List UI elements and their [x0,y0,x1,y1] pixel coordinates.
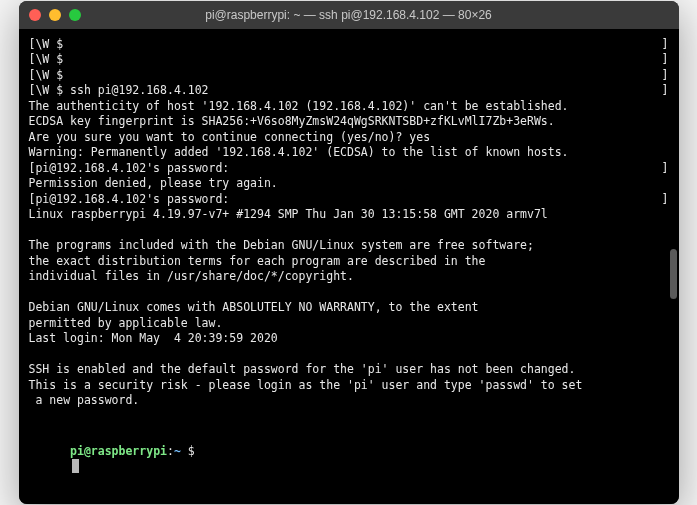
blank-line [29,223,669,239]
minimize-icon[interactable] [49,9,61,21]
output-line: individual files in /usr/share/doc/*/cop… [29,269,669,285]
blank-line [29,347,669,363]
window-title: pi@raspberrypi: ~ — ssh pi@192.168.4.102… [19,8,679,22]
output-line: This is a security risk - please login a… [29,378,669,394]
cursor-icon [72,459,79,473]
output-line: a new password. [29,393,669,409]
close-icon[interactable] [29,9,41,21]
output-line: Are you sure you want to continue connec… [29,130,669,146]
output-line: Warning: Permanently added '192.168.4.10… [29,145,669,161]
output-line: Permission denied, please try again. [29,176,669,192]
titlebar[interactable]: pi@raspberrypi: ~ — ssh pi@192.168.4.102… [19,1,679,29]
output-line: [pi@192.168.4.102's password:] [29,161,669,177]
output-line: [pi@192.168.4.102's password:] [29,192,669,208]
output-line: [\W $] [29,37,669,53]
prompt-path: ~ [174,444,188,458]
terminal-body[interactable]: [\W $] [\W $] [\W $] [\W $ ssh pi@192.16… [19,29,679,505]
output-line: [\W $] [29,52,669,68]
output-line: Linux raspberrypi 4.19.97-v7+ #1294 SMP … [29,207,669,223]
output-line: SSH is enabled and the default password … [29,362,669,378]
prompt-colon: : [167,444,174,458]
prompt-line[interactable]: pi@raspberrypi:~ $ [29,428,669,490]
prompt-dollar: $ [188,444,195,458]
output-line: ECDSA key fingerprint is SHA256:+V6so8My… [29,114,669,130]
window-controls [29,9,81,21]
blank-line [29,409,669,425]
output-line: Last login: Mon May 4 20:39:59 2020 [29,331,669,347]
output-line: permitted by applicable law. [29,316,669,332]
output-line: [\W $ ssh pi@192.168.4.102] [29,83,669,99]
prompt-user: pi@raspberrypi [70,444,167,458]
blank-line [29,285,669,301]
output-line: The authenticity of host '192.168.4.102 … [29,99,669,115]
output-line: The programs included with the Debian GN… [29,238,669,254]
maximize-icon[interactable] [69,9,81,21]
output-line: [\W $] [29,68,669,84]
output-line: the exact distribution terms for each pr… [29,254,669,270]
terminal-window: pi@raspberrypi: ~ — ssh pi@192.168.4.102… [19,1,679,505]
output-line: Debian GNU/Linux comes with ABSOLUTELY N… [29,300,669,316]
scrollbar[interactable] [670,249,677,299]
